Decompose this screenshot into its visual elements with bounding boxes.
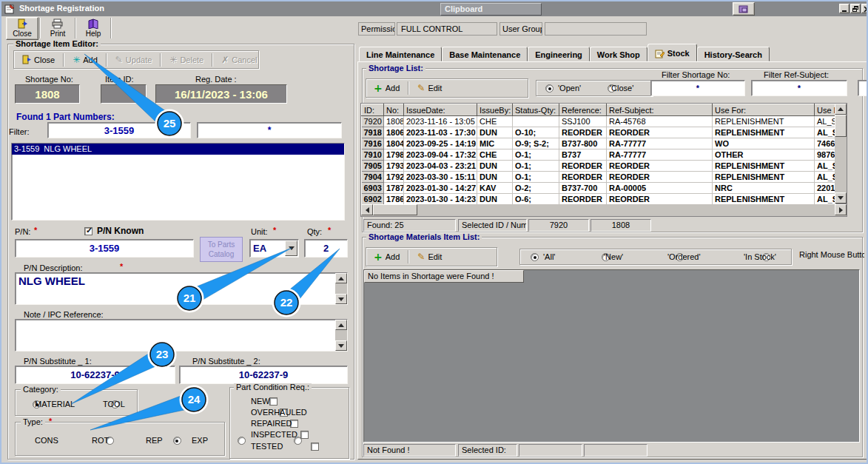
unit-dropdown-button[interactable] — [285, 241, 297, 256]
scroll-thumb[interactable] — [835, 115, 847, 137]
right-mouse-hint: Right Mouse Button - P — [799, 250, 864, 259]
app-icon — [4, 4, 15, 14]
grid-row[interactable]: 690317872023-01-30 - 14:27KAVO-2;B737-70… — [362, 183, 836, 194]
shortage-grid[interactable]: ID:No: IssueDate:IssueBy: Status-Qty:Ref… — [360, 103, 847, 204]
tab-base-maintenance[interactable]: Base Maintenance — [442, 47, 528, 61]
minimize-button[interactable] — [839, 4, 850, 13]
materials-add-button[interactable]: + Add — [369, 250, 404, 264]
shortage-no-value: 1808 — [15, 84, 80, 104]
condition-new-checkbox[interactable] — [269, 397, 277, 406]
grid-row[interactable]: 791618042023-09-25 - 14:19MICO-9; S-2;B7… — [362, 138, 836, 149]
tab-work-shop[interactable]: Work Shop — [590, 47, 647, 61]
all-radio[interactable] — [531, 253, 539, 261]
grid-row[interactable]: 791017982023-09-04 - 17:32CHEO-1;B737RA-… — [362, 149, 836, 161]
pn-known-checkbox[interactable] — [84, 227, 92, 235]
unit-combobox[interactable]: EA — [249, 239, 299, 258]
description-scrollbar[interactable] — [335, 273, 347, 304]
grid-horizontal-scrollbar[interactable] — [360, 204, 847, 217]
window-title: Shortage Registration — [19, 4, 104, 13]
condition-tested-checkbox[interactable] — [311, 443, 319, 451]
help-button[interactable]: Help — [77, 17, 110, 40]
minimize-icon — [842, 10, 847, 12]
filter-ref-subject-input[interactable]: * — [751, 80, 847, 96]
shortage-registration-window: Shortage Registration Clipboard — [0, 0, 868, 464]
help-book-icon — [87, 19, 99, 29]
type-group-title: Type: — [21, 418, 45, 426]
tab-line-maintenance[interactable]: Line Maintenance — [359, 47, 442, 61]
tab-strip: Line Maintenance Base Maintenance Engine… — [359, 46, 770, 61]
to-parts-catalog-button[interactable]: To Parts Catalog — [200, 237, 243, 262]
condition-inspected-checkbox[interactable] — [300, 431, 309, 439]
scroll-left-icon — [366, 207, 369, 213]
part-filter2-input[interactable]: * — [197, 122, 342, 138]
filter-shortage-no-input[interactable]: * — [650, 80, 745, 96]
printer-icon — [52, 19, 64, 29]
materials-edit-button[interactable]: ✎ Edit — [413, 250, 446, 264]
editor-cancel-button[interactable]: ✗ Cancel — [217, 53, 261, 67]
editor-update-button[interactable]: ✎ Update — [111, 53, 157, 67]
scroll-up-icon — [838, 107, 844, 111]
close-button[interactable]: Close — [6, 17, 38, 40]
materials-empty-header: No Items in Shortage were Found ! — [364, 270, 524, 283]
scroll-down-icon — [338, 297, 344, 301]
grid-row[interactable]: 690217862023-01-30 - 14:23DUNO-6;REORDER… — [362, 194, 836, 205]
tab-stock[interactable]: Stock — [647, 44, 697, 61]
add-plus-icon: + — [374, 84, 383, 93]
pn-known-label: P/N Known — [97, 226, 144, 236]
clipboard-window-title[interactable]: Clipboard — [440, 3, 542, 16]
filter-extra-input[interactable] — [858, 80, 867, 96]
scroll-down-icon — [338, 344, 344, 348]
list-add-button[interactable]: + Add — [369, 81, 404, 95]
close-window-button[interactable] — [861, 4, 868, 13]
editor-delete-button[interactable]: ✳ Delete — [165, 53, 208, 67]
pn-substitute2-input[interactable]: 10-62237-9 — [179, 366, 348, 384]
user-group-value — [545, 22, 647, 36]
type-rot-radio[interactable] — [173, 437, 181, 445]
tab-engineering[interactable]: Engineering — [528, 47, 590, 61]
user-group-label: User Group: — [499, 22, 542, 36]
shortage-list-title: Shortage List: — [366, 64, 425, 73]
close-icon — [863, 5, 868, 13]
editor-group-title: Shortage Item Editor: — [13, 40, 101, 48]
pn-input[interactable]: 3-1559 — [15, 239, 194, 258]
shortage-grid-body: 792018082023-11-16 - 13:05CHESSJ100RA-45… — [362, 116, 836, 205]
pn-description-textarea[interactable]: NLG WHEEL — [15, 272, 348, 305]
open-close-radio-group: 'Open' 'Close' — [536, 80, 653, 96]
edit-pencil-icon: ✎ — [417, 84, 425, 93]
grid-row[interactable]: 790417922023-03-30 - 15:11DUNO-1;REORDER… — [362, 172, 836, 183]
materials-grid[interactable]: No Items in Shortage were Found ! — [363, 269, 860, 443]
update-icon: ✎ — [115, 56, 123, 64]
part-results-listbox[interactable]: 3-1559 NLG WHEEL — [11, 143, 345, 221]
grid-vertical-scrollbar[interactable] — [835, 104, 847, 204]
item-id-label: Item ID: — [105, 75, 134, 84]
type-rep-radio[interactable] — [238, 437, 246, 445]
scroll-thumb[interactable] — [373, 204, 417, 215]
clipboard-taskbar-button[interactable] — [733, 2, 755, 16]
note-ipc-textarea[interactable] — [15, 319, 348, 352]
door-exit-icon — [16, 19, 28, 29]
unit-label: Unit: — [251, 227, 268, 236]
filter-shortage-no-label: Filter Shortage No: — [662, 70, 730, 79]
grid-row[interactable]: 791818062023-11-03 - 17:30DUNO-10;REORDE… — [362, 127, 836, 138]
editor-close-button[interactable]: Close — [17, 53, 59, 67]
qty-input[interactable]: 2 — [304, 239, 348, 258]
selected-num-value: 1808 — [591, 219, 651, 232]
list-item-selected[interactable]: 3-1559 NLG WHEEL — [12, 144, 344, 155]
type-exp-radio[interactable] — [294, 437, 302, 445]
tab-history-search[interactable]: History-Search — [697, 47, 770, 61]
grid-row[interactable]: 792018082023-11-16 - 13:05CHESSJ100RA-45… — [362, 116, 836, 127]
editor-add-button[interactable]: ✳ Add — [68, 53, 102, 67]
grid-row[interactable]: 790517932023-04-03 - 23:21DUNO-1;REORDER… — [362, 161, 836, 172]
print-button[interactable]: Print — [41, 17, 74, 40]
grid-header-row[interactable]: ID:No: IssueDate:IssueBy: Status-Qty:Ref… — [362, 104, 836, 116]
list-edit-button[interactable]: ✎ Edit — [413, 81, 446, 95]
part-filter-input[interactable]: 3-1559 — [47, 122, 191, 138]
open-radio[interactable] — [545, 84, 554, 93]
note-scrollbar[interactable] — [335, 320, 347, 351]
pn-substitute1-label: P/N Substitute _ 1: — [24, 357, 92, 366]
restore-button[interactable] — [850, 4, 861, 13]
pn-substitute1-input[interactable]: 10-62237-9 — [15, 366, 175, 384]
filter-label: Filter: — [9, 127, 30, 136]
category-tool-label: TOOL — [103, 400, 125, 408]
filter-ref-subject-label: Filter Ref-Subject: — [764, 70, 829, 79]
